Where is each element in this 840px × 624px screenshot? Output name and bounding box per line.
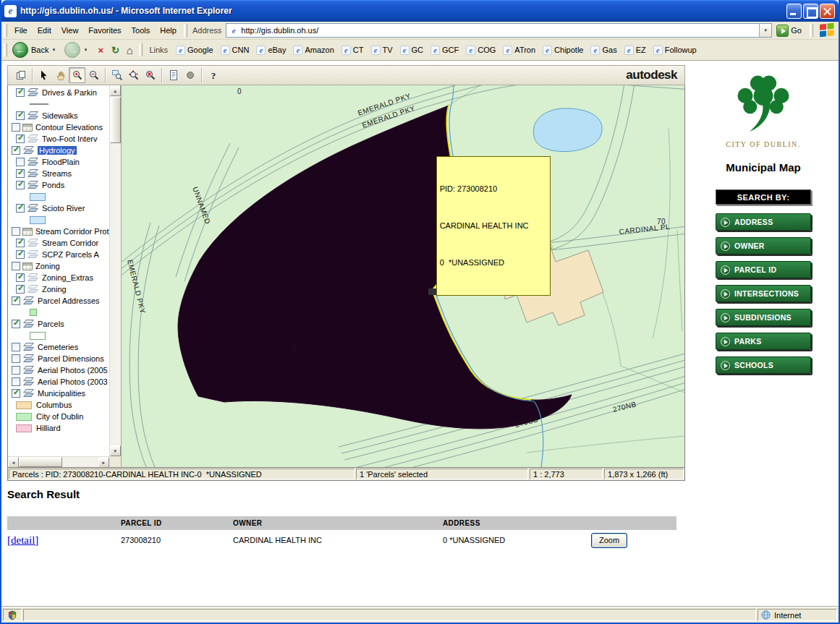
- address-input[interactable]: [241, 25, 759, 36]
- layer-row[interactable]: Scioto River: [8, 202, 109, 214]
- layer-checkbox[interactable]: [16, 273, 25, 282]
- menu-item[interactable]: Tools: [127, 24, 156, 37]
- back-dropdown-icon[interactable]: ▼: [51, 48, 56, 52]
- layer-row[interactable]: Municipalities: [8, 388, 109, 399]
- menu-item[interactable]: Help: [155, 24, 182, 37]
- zoom-extents-icon[interactable]: [125, 67, 142, 83]
- layer-row[interactable]: Parcels: [8, 318, 109, 330]
- search-by-button[interactable]: SUBDIVISIONS: [716, 309, 811, 326]
- layer-row[interactable]: SCPZ Parcels A: [8, 249, 109, 260]
- layer-row[interactable]: Contour Elevations: [8, 121, 109, 133]
- zoom-out-icon[interactable]: [85, 67, 102, 83]
- search-by-button[interactable]: PARCEL ID: [716, 261, 811, 278]
- scrollbar-thumb[interactable]: [19, 457, 62, 467]
- address-dropdown-icon[interactable]: ▼: [759, 24, 771, 37]
- layer-checkbox[interactable]: [16, 250, 25, 259]
- minimize-button[interactable]: [786, 4, 802, 19]
- layer-checkbox[interactable]: [16, 239, 25, 247]
- layer-checkbox[interactable]: [12, 320, 20, 328]
- forward-dropdown-icon[interactable]: ▼: [83, 48, 88, 52]
- layer-row[interactable]: Aerial Photos (2005: [8, 364, 109, 376]
- scrollbar-thumb[interactable]: [110, 97, 121, 143]
- favorites-link[interactable]: CNN: [217, 44, 253, 56]
- search-by-button[interactable]: INTERSECTIONS: [716, 285, 811, 302]
- layer-checkbox[interactable]: [12, 354, 20, 363]
- favorites-link[interactable]: TV: [368, 44, 396, 56]
- layer-row[interactable]: Sidewalks: [8, 110, 109, 121]
- zoom-button[interactable]: Zoom: [591, 533, 627, 548]
- layer-checkbox[interactable]: [12, 343, 20, 351]
- favorites-link[interactable]: CT: [338, 44, 368, 56]
- favorites-link[interactable]: Gas: [587, 44, 620, 56]
- favorites-link[interactable]: eBay: [253, 44, 289, 56]
- layer-checkbox[interactable]: [16, 111, 25, 120]
- record-icon[interactable]: [182, 67, 198, 83]
- scroll-up-icon[interactable]: ▲: [110, 85, 121, 96]
- layer-row[interactable]: Stream Corridor: [8, 237, 109, 249]
- layer-row[interactable]: Drives & Parkin: [8, 87, 109, 98]
- map-view[interactable]: EMERALD PKYEMERALD PKYEMERALD PKYUNNAMED…: [122, 85, 684, 467]
- favorites-link[interactable]: Chipotle: [539, 44, 587, 56]
- layer-row[interactable]: Parcel Dimensions: [8, 353, 109, 364]
- toolbar-grip[interactable]: [4, 43, 7, 56]
- maximize-button[interactable]: [803, 4, 818, 19]
- layer-checkbox[interactable]: [12, 227, 20, 236]
- toolbar-grip[interactable]: [139, 43, 143, 56]
- menu-item[interactable]: Favorites: [83, 24, 126, 37]
- layer-checkbox[interactable]: [16, 158, 25, 166]
- favorites-link[interactable]: Google: [172, 44, 216, 56]
- favorites-link[interactable]: Amazon: [289, 44, 337, 56]
- detail-link[interactable]: [detail]: [7, 534, 38, 546]
- go-button[interactable]: Go: [772, 25, 807, 37]
- scroll-left-icon[interactable]: ◄: [8, 457, 19, 467]
- search-by-button[interactable]: SCHOOLS: [716, 356, 811, 374]
- help-icon[interactable]: ?: [205, 67, 221, 83]
- search-by-button[interactable]: ADDRESS: [716, 213, 811, 231]
- menu-item[interactable]: File: [9, 24, 33, 37]
- favorites-link[interactable]: ATron: [499, 44, 539, 56]
- favorites-link[interactable]: Followup: [650, 44, 700, 56]
- layer-row[interactable]: Parcel Addresses: [8, 295, 109, 307]
- favorites-link[interactable]: GC: [396, 44, 428, 56]
- pan-hand-icon[interactable]: [52, 67, 69, 83]
- back-button[interactable]: ← Back ▼: [9, 40, 61, 59]
- stop-icon[interactable]: ×: [93, 43, 108, 57]
- select-arrow-icon[interactable]: [35, 67, 52, 83]
- layer-checkbox[interactable]: [12, 366, 20, 375]
- menu-item[interactable]: View: [56, 24, 84, 37]
- zoom-window-icon[interactable]: [109, 67, 125, 83]
- layer-checkbox[interactable]: [16, 204, 25, 213]
- layer-checkbox[interactable]: [16, 88, 25, 97]
- refresh-icon[interactable]: ↻: [108, 43, 122, 57]
- layer-row[interactable]: Cemeteries: [8, 341, 109, 353]
- layer-checkbox[interactable]: [12, 389, 20, 398]
- close-button[interactable]: [820, 4, 835, 19]
- copy-icon[interactable]: [12, 67, 29, 83]
- report-icon[interactable]: [165, 67, 182, 83]
- layer-checkbox[interactable]: [12, 146, 20, 155]
- layer-row[interactable]: Zoning: [8, 260, 109, 272]
- layer-row[interactable]: Ponds: [8, 179, 109, 191]
- layer-row[interactable]: Two-Foot Interv: [8, 133, 109, 145]
- layers-vertical-scrollbar[interactable]: ▲ ▼: [109, 85, 121, 456]
- layer-checkbox[interactable]: [12, 377, 20, 386]
- layer-row[interactable]: Hydrology: [8, 145, 109, 156]
- layer-checkbox[interactable]: [16, 134, 25, 143]
- scroll-right-icon[interactable]: ►: [98, 457, 109, 467]
- layer-row[interactable]: Zoning: [8, 283, 109, 295]
- home-icon[interactable]: ⌂: [122, 43, 137, 57]
- toolbar-grip[interactable]: [4, 24, 7, 37]
- layer-row[interactable]: Stream Corridor Prot: [8, 226, 109, 237]
- layer-row[interactable]: Streams: [8, 168, 109, 179]
- layer-row[interactable]: FloodPlain: [8, 156, 109, 168]
- zoom-clear-icon[interactable]: [142, 67, 158, 83]
- layer-checkbox[interactable]: [12, 123, 20, 132]
- favorites-link[interactable]: EZ: [621, 44, 650, 56]
- layer-checkbox[interactable]: [16, 285, 25, 294]
- favorites-link[interactable]: GCF: [427, 44, 462, 56]
- layer-row[interactable]: Aerial Photos (2003: [8, 376, 109, 388]
- zoom-in-icon[interactable]: [69, 67, 85, 83]
- layer-row[interactable]: Zoning_Extras: [8, 272, 109, 283]
- forward-button[interactable]: → ▼: [61, 40, 93, 59]
- toolbar-grip[interactable]: [184, 24, 187, 37]
